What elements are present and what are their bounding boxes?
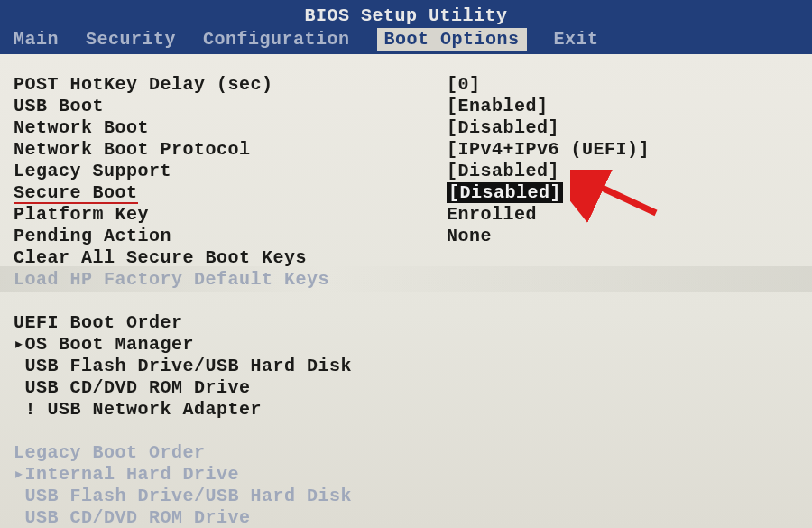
menu-tab-boot-options[interactable]: Boot Options (377, 28, 527, 51)
setting-label: Network Boot Protocol (14, 139, 447, 161)
menu-tab-main[interactable]: Main (14, 29, 59, 50)
underline-annotation: Secure Boot (14, 184, 138, 204)
setting-label: Legacy Support (14, 161, 447, 182)
setting-value: Enrolled (447, 204, 537, 226)
setting-label: POST HotKey Delay (sec) (14, 74, 447, 96)
setting-row-clear-all-secure-boot-keys[interactable]: Clear All Secure Boot Keys (14, 247, 798, 269)
blank-line (14, 421, 798, 442)
bios-body: POST HotKey Delay (sec)[0]USB Boot[Enabl… (0, 54, 812, 528)
boot-order-item: ▸Internal Hard Drive (14, 464, 798, 486)
legacy-boot-order-list: ▸Internal Hard Drive USB Flash Drive/USB… (14, 464, 798, 528)
selected-value[interactable]: [Disabled] (447, 182, 563, 203)
menu-tab-security[interactable]: Security (86, 29, 176, 50)
boot-order-item[interactable]: USB Flash Drive/USB Hard Disk (14, 356, 798, 377)
settings-list: POST HotKey Delay (sec)[0]USB Boot[Enabl… (14, 74, 798, 291)
menu-bar: MainSecurityConfigurationBoot OptionsExi… (14, 28, 599, 51)
boot-order-item[interactable]: ▸OS Boot Manager (14, 334, 798, 356)
setting-label: USB Boot (14, 96, 447, 117)
uefi-boot-order-list: ▸OS Boot Manager USB Flash Drive/USB Har… (14, 334, 798, 421)
setting-value[interactable]: [Disabled] (447, 161, 559, 182)
bios-header: BIOS Setup Utility MainSecurityConfigura… (0, 0, 812, 54)
setting-value[interactable]: [Disabled] (447, 182, 563, 204)
setting-row-pending-action: Pending ActionNone (14, 226, 798, 247)
setting-value: None (447, 226, 492, 247)
setting-value[interactable]: [0] (447, 74, 481, 96)
uefi-boot-order-heading: UEFI Boot Order (14, 312, 798, 334)
bios-title: BIOS Setup Utility (0, 5, 812, 26)
boot-order-item: USB CD/DVD ROM Drive (14, 507, 798, 528)
setting-row-network-boot[interactable]: Network Boot[Disabled] (14, 117, 798, 139)
setting-row-platform-key: Platform KeyEnrolled (14, 204, 798, 226)
setting-value[interactable]: [Disabled] (447, 117, 559, 139)
uefi-boot-order-label: UEFI Boot Order (14, 312, 183, 334)
setting-label: Secure Boot (14, 182, 447, 204)
blank-line (14, 291, 798, 312)
setting-row-network-boot-protocol[interactable]: Network Boot Protocol[IPv4+IPv6 (UEFI)] (14, 139, 798, 161)
legacy-boot-order-heading: Legacy Boot Order (14, 442, 798, 464)
setting-row-secure-boot[interactable]: Secure Boot[Disabled] (14, 182, 798, 204)
setting-label: Pending Action (14, 226, 447, 247)
setting-row-legacy-support[interactable]: Legacy Support[Disabled] (14, 161, 798, 182)
legacy-boot-order-label: Legacy Boot Order (14, 442, 206, 464)
setting-row-load-hp-factory-default-keys: Load HP Factory Default Keys (14, 269, 798, 291)
setting-label: Network Boot (14, 117, 447, 139)
menu-tab-configuration[interactable]: Configuration (203, 29, 350, 50)
setting-label: Clear All Secure Boot Keys (14, 247, 447, 269)
boot-order-item[interactable]: ! USB Network Adapter (14, 399, 798, 421)
setting-value[interactable]: [Enabled] (447, 96, 549, 117)
boot-order-item: USB Flash Drive/USB Hard Disk (14, 486, 798, 507)
setting-row-usb-boot[interactable]: USB Boot[Enabled] (14, 96, 798, 117)
setting-label: Platform Key (14, 204, 447, 226)
setting-row-post-hotkey-delay-sec[interactable]: POST HotKey Delay (sec)[0] (14, 74, 798, 96)
boot-order-item[interactable]: USB CD/DVD ROM Drive (14, 377, 798, 399)
setting-label: Load HP Factory Default Keys (14, 269, 447, 291)
menu-tab-exit[interactable]: Exit (554, 29, 599, 50)
setting-value[interactable]: [IPv4+IPv6 (UEFI)] (447, 139, 650, 161)
